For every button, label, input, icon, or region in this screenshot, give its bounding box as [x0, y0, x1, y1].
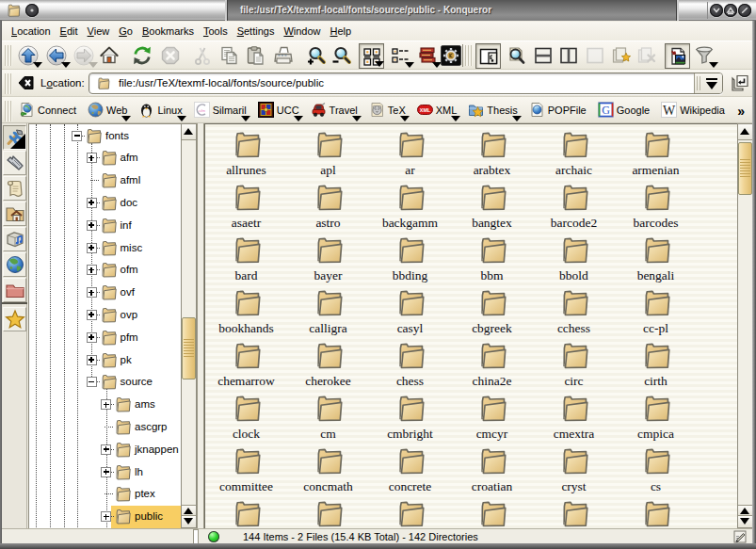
tree-item-doc[interactable]: doc [29, 192, 181, 215]
new-tab-button[interactable] [609, 43, 635, 69]
folder-item-cmpica[interactable]: cmpica [615, 392, 697, 444]
tree-scrollbar[interactable] [181, 123, 197, 528]
folder-item-bookhands[interactable]: bookhands [205, 286, 287, 339]
menu-view[interactable]: View [83, 24, 115, 39]
konqueror-throbber[interactable] [439, 43, 464, 69]
tree-item-afml[interactable]: afml [29, 170, 181, 192]
sidebar-bookmarks-button[interactable] [3, 307, 26, 331]
folder-item-bbding[interactable]: bbding [369, 234, 451, 286]
menu-location[interactable]: Location [7, 24, 56, 39]
expand-icon[interactable] [87, 265, 97, 275]
forward-button[interactable] [72, 43, 97, 69]
bookmark-travel[interactable]: Travel [309, 99, 360, 121]
tree-item-jknappen[interactable]: jknappen [29, 439, 181, 461]
folder-item-cryst[interactable]: cryst [533, 444, 615, 497]
tree-item-pk[interactable]: pk [29, 349, 181, 372]
scroll-down-button[interactable] [738, 516, 752, 527]
expand-icon[interactable] [101, 467, 111, 477]
close-tab-button[interactable] [635, 43, 660, 69]
tree-item-ascgrp[interactable]: ascgrp [29, 416, 181, 439]
folder-item-chess[interactable]: chess [369, 339, 451, 392]
folder-item-cbgreek[interactable]: cbgreek [451, 286, 533, 339]
scroll-up-button-bottom[interactable] [182, 505, 196, 516]
folder-item-apl[interactable]: apl [287, 128, 369, 181]
expand-icon[interactable] [101, 444, 111, 455]
folder-item-clock[interactable]: clock [205, 392, 287, 444]
tree-item-public[interactable]: public [29, 506, 181, 528]
statusbar-pen-icon[interactable] [733, 530, 747, 543]
toolbar-grip[interactable] [5, 45, 12, 66]
folder-item-clipped[interactable] [369, 497, 451, 528]
sidebar-notes-button[interactable] [3, 176, 26, 201]
folder-item-allrunes[interactable]: allrunes [205, 128, 287, 181]
folder-item-arabtex[interactable]: arabtex [451, 128, 533, 181]
zoom-out-button[interactable] [330, 43, 355, 69]
location-combobox[interactable]: file:/usr/TeX/texmf-local/fonts/source/p… [88, 73, 723, 94]
tree-item-source[interactable]: source [29, 371, 181, 394]
folder-item-chemarrow[interactable]: chemarrow [205, 339, 287, 392]
folder-item-clipped[interactable] [205, 497, 287, 528]
sidebar-history-button[interactable] [3, 151, 26, 175]
sidebar-services-button[interactable] [3, 227, 26, 251]
bookmark-thesis[interactable]: Thesis [466, 99, 519, 121]
folder-item-calligra[interactable]: calligra [287, 286, 369, 339]
collapse-icon[interactable] [72, 131, 82, 141]
folder-item-casyl[interactable]: casyl [369, 286, 451, 339]
folder-item-cirth[interactable]: cirth [615, 339, 697, 392]
scroll-up-button[interactable] [738, 124, 752, 140]
tree-item-pfm[interactable]: pfm [29, 327, 181, 349]
go-button[interactable] [732, 74, 748, 91]
filter-button[interactable] [692, 43, 717, 69]
folder-item-bengali[interactable]: bengali [615, 234, 697, 286]
folder-item-ar[interactable]: ar [369, 128, 451, 181]
expand-icon[interactable] [87, 332, 97, 343]
maximize-button[interactable] [724, 4, 737, 17]
reload-button[interactable] [130, 43, 155, 69]
scrollbar-thumb[interactable] [182, 317, 196, 379]
icon-view-button[interactable] [359, 43, 384, 69]
sidebar-config-button[interactable] [3, 125, 26, 150]
folder-item-bbold[interactable]: bbold [533, 234, 615, 286]
folder-item-astro[interactable]: astro [287, 181, 369, 234]
folder-item-cs[interactable]: cs [615, 444, 697, 497]
location-toolbar-grip[interactable] [5, 73, 12, 94]
sidebar-toggle-button[interactable] [475, 43, 501, 69]
tree-item-inf[interactable]: inf [29, 215, 181, 237]
folder-item-clipped[interactable] [615, 497, 697, 528]
bookmark-web[interactable]: Web [86, 99, 129, 121]
collapse-icon[interactable] [87, 377, 97, 387]
expand-icon[interactable] [101, 399, 111, 410]
folder-item-clipped[interactable] [533, 497, 615, 528]
menu-help[interactable]: Help [326, 24, 357, 39]
folder-item-archaic[interactable]: archaic [533, 128, 615, 181]
folder-item-cm[interactable]: cm [287, 392, 369, 444]
menu-window[interactable]: Window [279, 24, 325, 39]
home-button[interactable] [97, 43, 122, 69]
folder-item-bard[interactable]: bard [205, 234, 287, 286]
scrollbar-thumb[interactable] [738, 142, 752, 195]
expand-icon[interactable] [87, 220, 97, 231]
close-button[interactable] [738, 4, 751, 17]
sidebar-root-button[interactable] [3, 278, 26, 302]
folder-item-cchess[interactable]: cchess [533, 286, 615, 339]
expand-icon[interactable] [87, 153, 97, 163]
location-value[interactable]: file:/usr/TeX/texmf-local/fonts/source/p… [119, 77, 324, 89]
folder-item-barcodes[interactable]: barcodes [615, 181, 697, 234]
expand-icon[interactable] [87, 355, 97, 365]
tree-item-ovp[interactable]: ovp [29, 304, 181, 327]
clear-location-icon[interactable] [18, 75, 34, 90]
tree-item-lh[interactable]: lh [29, 461, 181, 484]
bookmark-tex[interactable]: TeX [367, 99, 408, 121]
menu-go[interactable]: Go [114, 24, 137, 39]
tree-item-ovf[interactable]: ovf [29, 282, 181, 304]
bookmark-popfile[interactable]: POPFile [527, 99, 588, 121]
menu-settings[interactable]: Settings [233, 24, 280, 39]
expand-icon[interactable] [87, 310, 97, 320]
folder-item-circ[interactable]: circ [533, 339, 615, 392]
expand-icon[interactable] [87, 287, 97, 298]
back-button[interactable] [44, 43, 70, 69]
bookmark-toolbar-grip[interactable] [5, 101, 12, 121]
bookmark-xml[interactable]: XML [415, 99, 459, 121]
bookmark-silmaril[interactable]: Silmaril [192, 99, 249, 121]
bookmark-linux[interactable]: Linux [137, 99, 184, 121]
